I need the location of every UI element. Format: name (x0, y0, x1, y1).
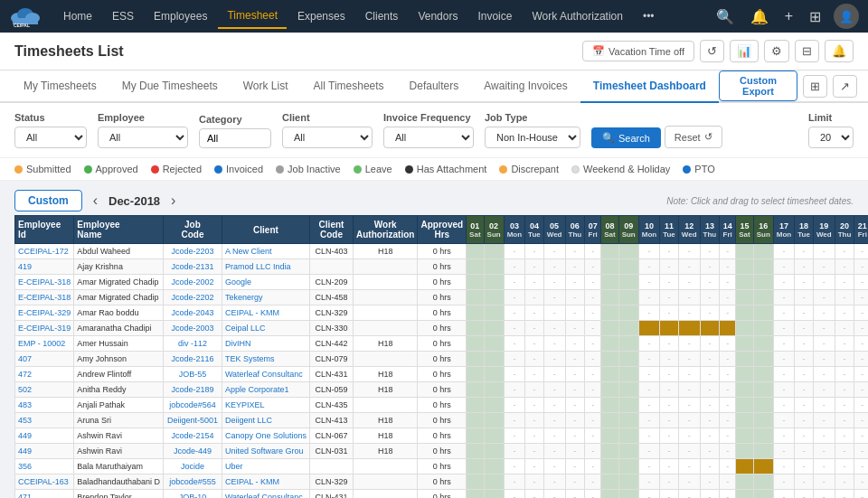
cell-day-05[interactable]: - (543, 444, 565, 459)
cell-day-18[interactable]: - (795, 413, 814, 428)
cell-day-12[interactable]: - (678, 367, 700, 382)
prev-month-button[interactable]: ‹ (88, 190, 103, 211)
cell-day-07[interactable]: - (585, 398, 601, 413)
cell-day-13[interactable]: - (700, 413, 720, 428)
cell-day-06[interactable]: - (565, 444, 585, 459)
cell-day-06[interactable]: - (565, 321, 585, 336)
cell-day-06[interactable]: - (565, 428, 585, 444)
cell-day-20[interactable]: - (835, 321, 854, 336)
cell-day-12[interactable] (678, 321, 700, 336)
cell-client[interactable]: A New Client (222, 244, 309, 259)
cell-day-09[interactable] (618, 352, 638, 367)
cell-day-14[interactable]: - (720, 244, 736, 259)
job-type-select[interactable]: Non In-House (485, 127, 580, 148)
cell-day-10[interactable]: - (638, 352, 659, 367)
cell-day-20[interactable]: - (835, 367, 854, 382)
cell-day-01[interactable] (467, 413, 484, 428)
cell-day-15[interactable] (736, 290, 753, 305)
cell-emp-id[interactable]: CCEIPAL-172 (15, 244, 74, 259)
cell-day-04[interactable]: - (525, 244, 544, 259)
cell-day-09[interactable] (618, 413, 638, 428)
cell-day-21[interactable]: - (854, 490, 868, 499)
cell-day-14[interactable]: - (720, 398, 736, 413)
cell-day-05[interactable]: - (543, 428, 565, 444)
cell-day-08[interactable] (601, 382, 618, 398)
cell-emp-id[interactable]: CCEIPAL-163 (15, 475, 74, 490)
cell-day-07[interactable]: - (585, 428, 601, 444)
cell-emp-id[interactable]: 471 (15, 490, 74, 499)
nav-more[interactable]: ••• (634, 5, 664, 28)
cell-day-14[interactable]: - (720, 444, 736, 459)
cell-day-12[interactable]: - (678, 290, 700, 305)
cell-day-21[interactable]: - (854, 367, 868, 382)
cell-client[interactable]: Deiigent LLC (222, 413, 309, 428)
cell-job-code[interactable]: Jcode-2203 (163, 244, 222, 259)
cell-day-10[interactable]: - (638, 244, 659, 259)
next-month-button[interactable]: › (165, 190, 181, 211)
cell-day-09[interactable] (618, 444, 638, 459)
cell-job-code[interactable]: Jcode-2202 (163, 290, 222, 305)
cell-day-06[interactable]: - (565, 475, 585, 490)
cell-day-20[interactable]: - (835, 475, 854, 490)
cell-job-code[interactable]: Jcode-2154 (163, 428, 222, 444)
cell-day-02[interactable] (484, 336, 504, 352)
cell-day-15[interactable] (736, 413, 753, 428)
user-avatar[interactable]: 👤 (834, 4, 859, 29)
cell-day-11[interactable]: - (660, 290, 679, 305)
cell-day-11[interactable]: - (660, 428, 679, 444)
cell-day-02[interactable] (484, 321, 504, 336)
cell-day-14[interactable] (720, 321, 736, 336)
cell-job-code[interactable]: JOB-10 (163, 490, 222, 499)
cell-day-12[interactable]: - (678, 382, 700, 398)
cell-day-18[interactable]: - (795, 244, 814, 259)
cell-day-21[interactable]: - (854, 459, 868, 475)
cell-day-19[interactable]: - (813, 413, 835, 428)
cell-client[interactable]: CEIPAL - KMM (222, 475, 309, 490)
cell-day-19[interactable]: - (813, 259, 835, 275)
cell-day-15[interactable] (736, 321, 753, 336)
cell-day-06[interactable]: - (565, 305, 585, 321)
cell-day-12[interactable]: - (678, 352, 700, 367)
cell-day-21[interactable]: - (854, 413, 868, 428)
cell-day-16[interactable] (753, 305, 773, 321)
cell-day-14[interactable]: - (720, 490, 736, 499)
cell-day-17[interactable]: - (773, 305, 794, 321)
cell-day-14[interactable]: - (720, 367, 736, 382)
cell-day-18[interactable]: - (795, 275, 814, 290)
cell-day-16[interactable] (753, 490, 773, 499)
custom-period-button[interactable]: Custom (14, 190, 82, 211)
cell-day-21[interactable]: - (854, 305, 868, 321)
cell-day-05[interactable]: - (543, 290, 565, 305)
cell-day-13[interactable] (700, 321, 720, 336)
cell-day-21[interactable]: - (854, 259, 868, 275)
cell-day-19[interactable]: - (813, 275, 835, 290)
cell-day-03[interactable]: - (504, 428, 524, 444)
cell-day-02[interactable] (484, 259, 504, 275)
cell-day-03[interactable]: - (504, 321, 524, 336)
cell-day-04[interactable]: - (525, 290, 544, 305)
cell-day-17[interactable]: - (773, 275, 794, 290)
cell-client[interactable]: CEIPAL - KMM (222, 305, 309, 321)
cell-day-05[interactable]: - (543, 275, 565, 290)
cell-day-18[interactable]: - (795, 367, 814, 382)
cell-day-16[interactable] (753, 244, 773, 259)
cell-day-18[interactable]: - (795, 259, 814, 275)
cell-day-19[interactable]: - (813, 444, 835, 459)
cell-day-04[interactable]: - (525, 382, 544, 398)
cell-day-11[interactable]: - (660, 259, 679, 275)
cell-day-14[interactable]: - (720, 475, 736, 490)
nav-employees[interactable]: Employees (145, 5, 216, 28)
cell-day-05[interactable]: - (543, 490, 565, 499)
cell-day-21[interactable]: - (854, 321, 868, 336)
cell-day-01[interactable] (467, 275, 484, 290)
cell-emp-id[interactable]: EMP - 10002 (15, 336, 74, 352)
cell-emp-id[interactable]: 407 (15, 352, 74, 367)
cell-client[interactable]: Apple Corporate1 (222, 382, 309, 398)
cell-day-03[interactable]: - (504, 352, 524, 367)
cell-day-02[interactable] (484, 382, 504, 398)
cell-day-08[interactable] (601, 475, 618, 490)
cell-day-18[interactable]: - (795, 444, 814, 459)
search-button[interactable]: 🔍 Search (591, 127, 661, 148)
cell-day-09[interactable] (618, 475, 638, 490)
cell-day-09[interactable] (618, 321, 638, 336)
